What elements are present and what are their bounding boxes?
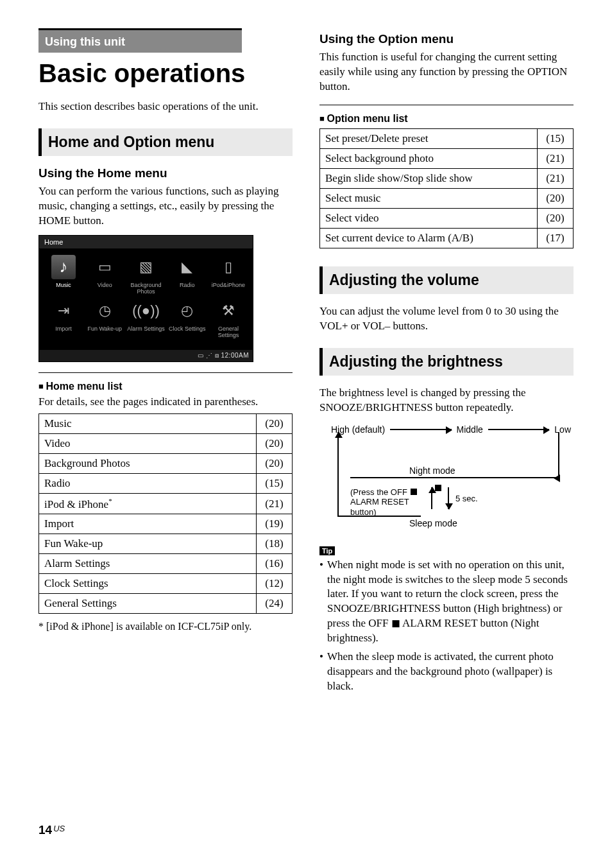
arrow-up-icon <box>337 432 339 516</box>
home-screenshot: Home ♪Music▭Video▧Background Photos◣Radi… <box>38 235 253 362</box>
heading-home-option: Home and Option menu <box>38 128 293 156</box>
screenshot-item-icon: ▭ <box>92 255 117 279</box>
line-icon <box>337 516 421 517</box>
tips-list: When night mode is set with no operation… <box>319 558 574 694</box>
table-row: Select background photo(21) <box>320 148 574 168</box>
bd-press-note: (Press the OFF ALARM RESET button) <box>350 487 418 517</box>
screenshot-item-label: Alarm Settings <box>125 326 166 332</box>
option-menu-table: Set preset/Delete preset(15)Select backg… <box>319 128 574 248</box>
screenshot-item-icon: ♪ <box>51 255 76 279</box>
screenshot-item-icon: ⚒ <box>216 299 241 323</box>
table-cell-label: Select video <box>320 208 538 228</box>
home-list-caption: For details, see the pages indicated in … <box>38 395 293 410</box>
table-cell-label: Radio <box>39 473 257 493</box>
using-option-body: This function is useful for changing the… <box>319 50 574 94</box>
heading-home-list: Home menu list <box>38 381 293 392</box>
using-home-body: You can perform the various functions, s… <box>38 184 293 229</box>
page-region: US <box>53 824 65 833</box>
heading-option-list: Option menu list <box>319 113 574 125</box>
table-cell-label: Fun Wake-up <box>39 534 257 554</box>
screenshot-item: ⚒General Settings <box>208 299 249 338</box>
screenshot-item: ◴Clock Settings <box>167 299 208 338</box>
table-cell-label: iPod & iPhone* <box>39 493 257 514</box>
arrow-up-icon <box>431 487 432 509</box>
adj-brightness-body: The brightness level is changed by press… <box>319 386 574 415</box>
table-cell-page: (20) <box>538 188 574 208</box>
screenshot-item: ▯iPod&iPhone <box>208 255 249 295</box>
screenshot-item: ▧Background Photos <box>125 255 166 295</box>
heading-using-home: Using the Home menu <box>38 166 293 180</box>
table-row: Set preset/Delete preset(15) <box>320 128 574 148</box>
table-cell-page: (20) <box>257 453 293 473</box>
bd-5sec: 5 sec. <box>455 494 478 503</box>
screenshot-item-label: Radio <box>167 282 208 288</box>
divider <box>38 372 293 373</box>
adj-volume-body: You can adjust the volume level from 0 t… <box>319 304 574 334</box>
table-row: Music(20) <box>39 413 293 433</box>
page-number: 14US <box>38 823 65 837</box>
stop-icon <box>435 485 441 491</box>
table-row: Fun Wake-up(18) <box>39 534 293 554</box>
intro-text: This section describes basic operations … <box>38 100 293 114</box>
screenshot-item-icon: ▯ <box>216 255 241 279</box>
table-cell-page: (20) <box>538 208 574 228</box>
footnote-marker: * <box>108 497 112 505</box>
screenshot-item: ◷Fun Wake-up <box>84 299 125 338</box>
arrow-down-icon <box>448 487 449 509</box>
screenshot-item-label: Import <box>43 326 84 332</box>
table-cell-label: General Settings <box>39 594 257 614</box>
tip-tag: Tip <box>319 546 335 555</box>
screenshot-title: Home <box>39 236 253 248</box>
page-number-value: 14 <box>38 823 52 837</box>
heading-adj-volume: Adjusting the volume <box>319 266 574 294</box>
screenshot-item: ((●))Alarm Settings <box>125 299 166 338</box>
table-row: Radio(15) <box>39 473 293 493</box>
tip-item: When night mode is set with no operation… <box>319 558 574 647</box>
screenshot-item-label: iPod&iPhone <box>208 282 249 288</box>
screenshot-item: ▭Video <box>84 255 125 295</box>
heading-adj-brightness: Adjusting the brightness <box>319 348 574 376</box>
bd-sleep-mode: Sleep mode <box>409 518 457 528</box>
screenshot-item-icon: ▧ <box>133 255 158 279</box>
screenshot-item-label: Clock Settings <box>167 326 208 332</box>
table-cell-label: Background Photos <box>39 453 257 473</box>
screenshot-item: ⇥Import <box>43 299 84 338</box>
screenshot-item: ♪Music <box>43 255 84 295</box>
table-row: Video(20) <box>39 433 293 453</box>
screenshot-item-label: Music <box>43 282 84 288</box>
table-cell-page: (24) <box>257 594 293 614</box>
screenshot-grid: ♪Music▭Video▧Background Photos◣Radio▯iPo… <box>39 248 253 350</box>
table-cell-page: (21) <box>538 168 574 188</box>
screenshot-item-label: General Settings <box>208 326 249 338</box>
table-cell-label: Clock Settings <box>39 574 257 594</box>
page-title: Basic operations <box>38 59 293 88</box>
table-cell-page: (12) <box>257 574 293 594</box>
footnote: * [iPod & iPhone] is available on ICF-CL… <box>38 620 293 634</box>
screenshot-item-label: Fun Wake-up <box>84 326 125 332</box>
table-cell-label: Video <box>39 433 257 453</box>
table-row: Select music(20) <box>320 188 574 208</box>
table-cell-label: Begin slide show/Stop slide show <box>320 168 538 188</box>
table-row: General Settings(24) <box>39 594 293 614</box>
bd-middle: Middle <box>457 424 483 435</box>
table-row: Clock Settings(12) <box>39 574 293 594</box>
heading-using-option: Using the Option menu <box>319 32 574 46</box>
table-cell-page: (18) <box>257 534 293 554</box>
divider <box>319 105 574 105</box>
screenshot-item-icon: ◷ <box>92 299 117 323</box>
table-cell-label: Set preset/Delete preset <box>320 128 538 148</box>
bd-low: Low <box>554 424 571 435</box>
table-cell-page: (20) <box>257 433 293 453</box>
table-row: Import(19) <box>39 514 293 534</box>
table-cell-label: Import <box>39 514 257 534</box>
screenshot-item-icon: ◣ <box>175 255 200 279</box>
arrow-right-icon <box>488 429 550 430</box>
line-down-icon <box>558 432 559 477</box>
arrow-right-icon <box>390 429 452 430</box>
press-l2: ALARM RESET <box>350 497 409 507</box>
table-row: Select video(20) <box>320 208 574 228</box>
table-cell-label: Select music <box>320 188 538 208</box>
stop-icon <box>411 489 417 495</box>
brightness-diagram: High (default) Middle Low Night mode (Pr… <box>319 424 574 540</box>
screenshot-item-icon: ⇥ <box>51 299 76 323</box>
